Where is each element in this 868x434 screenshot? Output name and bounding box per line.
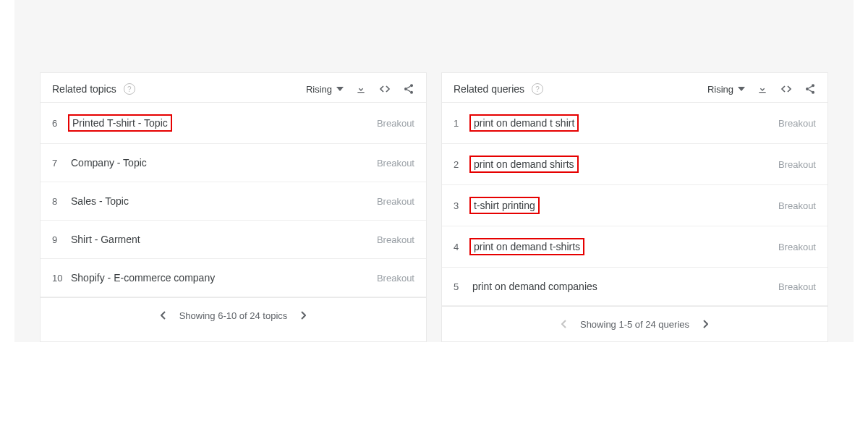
header-right: Rising (306, 83, 414, 95)
card-title: Related topics (52, 83, 116, 95)
table-row[interactable]: 9 Shirt - Garment Breakout (41, 221, 426, 259)
table-row[interactable]: 6 Printed T-shirt - Topic Breakout (41, 103, 426, 144)
download-icon[interactable] (355, 83, 367, 95)
row-label: print on demand t shirt (469, 114, 579, 132)
dropdown-label: Rising (707, 84, 733, 95)
row-label: Shopify - E-commerce company (68, 271, 377, 285)
svg-point-3 (812, 84, 814, 87)
next-page-button[interactable] (699, 317, 711, 331)
row-number: 4 (454, 242, 469, 252)
row-number: 9 (52, 234, 68, 245)
share-icon[interactable] (403, 83, 414, 95)
row-label: Printed T-shirt - Topic (68, 114, 172, 132)
dropdown-label: Rising (306, 84, 332, 95)
card-footer: Showing 1-5 of 24 queries (442, 306, 827, 341)
row-number: 5 (454, 281, 469, 292)
next-page-button[interactable] (297, 308, 309, 323)
related-topics-card: Related topics ? Rising (40, 72, 427, 342)
row-number: 2 (454, 159, 469, 170)
row-value: Breakout (778, 242, 816, 252)
row-value: Breakout (778, 159, 816, 170)
row-value: Breakout (778, 200, 816, 211)
embed-icon[interactable] (780, 83, 793, 95)
related-queries-card: Related queries ? Rising (441, 72, 828, 342)
prev-page-button[interactable] (158, 308, 169, 323)
embed-icon[interactable] (378, 83, 391, 95)
svg-point-5 (812, 91, 814, 94)
table-row[interactable]: 3 t-shirt printing Breakout (442, 185, 827, 226)
svg-point-4 (806, 88, 809, 90)
row-number: 10 (52, 273, 68, 284)
card-header: Related topics ? Rising (41, 73, 426, 103)
row-value: Breakout (377, 234, 414, 245)
row-value: Breakout (377, 196, 414, 207)
row-number: 7 (52, 158, 68, 169)
header-left: Related topics ? (52, 83, 135, 95)
row-label: Shirt - Garment (68, 232, 377, 247)
row-label: Company - Topic (68, 156, 377, 170)
chevron-left-icon (161, 311, 166, 320)
row-label: t-shirt printing (469, 197, 540, 214)
card-header: Related queries ? Rising (442, 73, 827, 103)
help-icon[interactable]: ? (532, 83, 543, 95)
share-icon[interactable] (804, 83, 816, 95)
row-label: print on demand t-shirts (469, 238, 584, 255)
card-footer: Showing 6-10 of 24 topics (41, 297, 426, 333)
pagination-label: Showing 6-10 of 24 topics (179, 310, 288, 321)
chevron-right-icon (300, 311, 306, 320)
row-number: 3 (454, 200, 469, 211)
table-row[interactable]: 8 Sales - Topic Breakout (41, 182, 426, 221)
help-icon[interactable]: ? (124, 83, 135, 95)
svg-point-1 (404, 88, 407, 90)
row-value: Breakout (377, 158, 414, 169)
row-number: 1 (454, 118, 469, 129)
chevron-left-icon (561, 320, 567, 328)
table-row[interactable]: 2 print on demand shirts Breakout (442, 144, 827, 185)
download-icon[interactable] (757, 83, 768, 95)
pagination-label: Showing 1-5 of 24 queries (580, 319, 689, 330)
table-row[interactable]: 4 print on demand t-shirts Breakout (442, 226, 827, 268)
table-row[interactable]: 5 print on demand companies Breakout (442, 268, 827, 306)
chevron-right-icon (702, 320, 708, 328)
card-title: Related queries (454, 83, 524, 95)
cards-container: Related topics ? Rising (14, 0, 854, 342)
sort-dropdown[interactable]: Rising (306, 84, 344, 95)
sort-dropdown[interactable]: Rising (707, 84, 745, 95)
header-left: Related queries ? (454, 83, 543, 95)
svg-point-2 (410, 91, 413, 94)
row-number: 8 (52, 196, 68, 207)
chevron-down-icon (336, 87, 344, 91)
row-number: 6 (52, 118, 68, 129)
table-row[interactable]: 10 Shopify - E-commerce company Breakout (41, 259, 426, 297)
prev-page-button (558, 317, 570, 331)
table-row[interactable]: 7 Company - Topic Breakout (41, 144, 426, 182)
row-value: Breakout (377, 118, 414, 129)
row-value: Breakout (778, 281, 816, 292)
row-value: Breakout (778, 118, 816, 129)
row-value: Breakout (377, 273, 414, 284)
row-label: print on demand shirts (469, 156, 579, 173)
row-label: print on demand companies (469, 279, 778, 294)
svg-point-0 (410, 84, 413, 87)
header-right: Rising (707, 83, 816, 95)
table-row[interactable]: 1 print on demand t shirt Breakout (442, 103, 827, 144)
chevron-down-icon (738, 87, 745, 91)
row-label: Sales - Topic (68, 194, 377, 208)
